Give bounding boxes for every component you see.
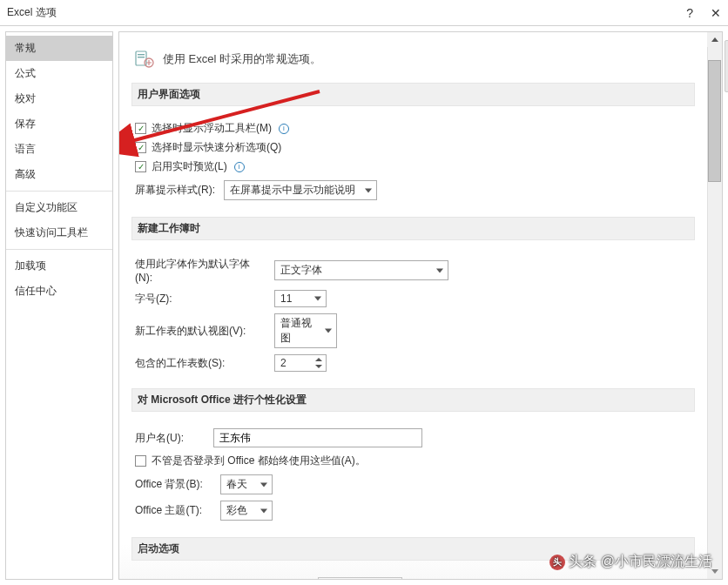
- info-icon[interactable]: i: [279, 124, 289, 134]
- titlebar: Excel 选项 ? ✕: [0, 0, 728, 26]
- info-icon[interactable]: i: [234, 162, 245, 172]
- office-background-label: Office 背景(B):: [135, 477, 212, 492]
- scroll-up-button[interactable]: [707, 32, 722, 47]
- sidebar-item-customize-ribbon[interactable]: 自定义功能区: [6, 195, 112, 220]
- titlebar-controls: ? ✕: [686, 6, 721, 20]
- category-sidebar: 常规 公式 校对 保存 语言 高级 自定义功能区 快速访问工具栏 加载项 信任中…: [5, 31, 113, 580]
- screentip-dropdown[interactable]: 在屏幕提示中显示功能说明: [224, 180, 377, 200]
- sidebar-separator: [6, 249, 112, 250]
- checkbox-quick-analysis[interactable]: ✓: [135, 142, 146, 153]
- font-size-dropdown[interactable]: 11: [274, 290, 327, 307]
- office-background-dropdown[interactable]: 春天: [220, 474, 273, 494]
- section-new-workbook: 新建工作簿时: [131, 217, 695, 240]
- window-title: Excel 选项: [7, 5, 57, 20]
- username-label: 用户名(U):: [135, 431, 205, 446]
- sidebar-item-save[interactable]: 保存: [6, 111, 112, 137]
- default-programs-button[interactable]: 默认程序(D)...: [318, 577, 402, 580]
- close-button[interactable]: ✕: [711, 6, 721, 20]
- checkbox-quick-analysis-label: 选择时显示快速分析选项(Q): [152, 140, 281, 155]
- sidebar-item-advanced[interactable]: 高级: [6, 162, 112, 187]
- office-theme-label: Office 主题(T):: [135, 503, 212, 518]
- sheet-count-spinner[interactable]: 2: [274, 354, 327, 372]
- default-font-dropdown[interactable]: 正文字体: [274, 260, 448, 280]
- section-personalize: 对 Microsoft Office 进行个性化设置: [131, 388, 695, 412]
- checkbox-mini-toolbar[interactable]: ✓: [135, 123, 146, 134]
- username-input[interactable]: [213, 428, 422, 447]
- sidebar-item-quick-access[interactable]: 快速访问工具栏: [6, 220, 112, 245]
- dialog-body: 常规 公式 校对 保存 语言 高级 自定义功能区 快速访问工具栏 加载项 信任中…: [0, 26, 728, 585]
- watermark: 头 头条 @小市民漂流生活: [549, 553, 712, 571]
- sidebar-item-proofing[interactable]: 校对: [6, 86, 112, 111]
- sidebar-item-formulas[interactable]: 公式: [6, 61, 112, 86]
- help-button[interactable]: ?: [686, 6, 693, 20]
- svg-rect-3: [138, 54, 145, 55]
- checkbox-always-use-values-label: 不管是否登录到 Office 都始终使用这些值(A)。: [152, 454, 366, 468]
- scrollbar-track[interactable]: [707, 32, 722, 579]
- svg-rect-4: [138, 57, 145, 57]
- page-header: 使用 Excel 时采用的常规选项。: [133, 48, 695, 71]
- default-font-label: 使用此字体作为默认字体(N):: [135, 257, 266, 284]
- sidebar-item-general[interactable]: 常规: [6, 36, 112, 61]
- scrollbar-thumb[interactable]: [708, 60, 721, 182]
- watermark-text: 头条 @小市民漂流生活: [569, 553, 712, 571]
- options-icon: [133, 48, 156, 71]
- options-window: Excel 选项 ? ✕ 常规 公式 校对 保存 语言 高级 自定义功能区 快速…: [0, 0, 728, 585]
- checkbox-live-preview[interactable]: ✓: [135, 161, 146, 172]
- office-theme-dropdown[interactable]: 彩色: [220, 501, 273, 521]
- sidebar-item-trust-center[interactable]: 信任中心: [6, 279, 112, 304]
- sidebar-separator: [6, 191, 112, 192]
- sheet-count-label: 包含的工作表数(S):: [135, 356, 266, 371]
- right-edge-tab: [725, 40, 728, 92]
- checkbox-always-use-values[interactable]: [135, 455, 146, 467]
- sidebar-item-addins[interactable]: 加载项: [6, 253, 112, 279]
- checkbox-live-preview-label: 启用实时预览(L): [152, 159, 227, 174]
- screentip-label: 屏幕提示样式(R):: [135, 183, 215, 198]
- default-view-dropdown[interactable]: 普通视图: [274, 313, 337, 348]
- sidebar-item-language[interactable]: 语言: [6, 137, 112, 162]
- section-ui-options: 用户界面选项: [131, 83, 695, 106]
- checkbox-mini-toolbar-label: 选择时显示浮动工具栏(M): [152, 121, 272, 136]
- content-pane: 使用 Excel 时采用的常规选项。 用户界面选项 ✓ 选择时显示浮动工具栏(M…: [118, 31, 723, 580]
- default-view-label: 新工作表的默认视图(V):: [135, 324, 266, 339]
- font-size-label: 字号(Z):: [135, 292, 266, 306]
- watermark-logo-icon: 头: [549, 555, 565, 570]
- page-header-text: 使用 Excel 时采用的常规选项。: [163, 51, 321, 67]
